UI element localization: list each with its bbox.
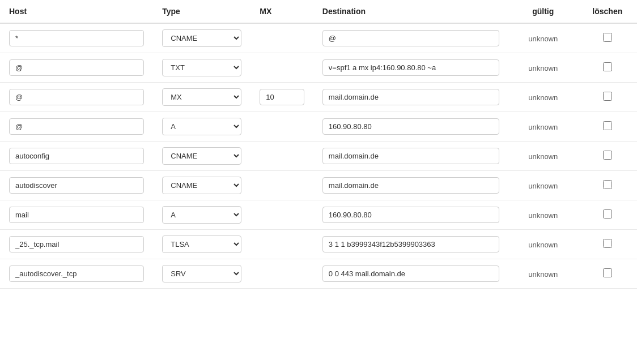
destination-input-6[interactable] [322, 207, 499, 223]
host-input-0[interactable] [9, 30, 144, 46]
host-input-6[interactable] [9, 207, 144, 223]
delete-checkbox-5[interactable] [603, 180, 612, 189]
table-header-row: Host Type MX Destination gültig löschen [0, 0, 637, 23]
status-badge-7: unknown [528, 241, 558, 249]
destination-input-3[interactable] [322, 118, 499, 135]
destination-input-0[interactable] [322, 30, 499, 46]
host-input-2[interactable] [9, 89, 144, 105]
delete-checkbox-8[interactable] [603, 268, 612, 277]
status-badge-3: unknown [528, 123, 558, 131]
delete-checkbox-4[interactable] [603, 151, 612, 160]
type-select-4[interactable]: AAAAACNAMEMXTXTTLSASRVNSCAA [162, 147, 241, 165]
delete-checkbox-3[interactable] [603, 121, 612, 130]
delete-checkbox-6[interactable] [603, 209, 612, 219]
header-destination: Destination [313, 0, 508, 23]
header-host: Host [0, 0, 153, 23]
host-input-1[interactable] [9, 59, 144, 76]
table-row: AAAAACNAMEMXTXTTLSASRVNSCAAunknown [0, 53, 637, 83]
host-input-4[interactable] [9, 148, 144, 164]
table-row: AAAAACNAMEMXTXTTLSASRVNSCAAunknown [0, 142, 637, 171]
dns-records-table-container: Host Type MX Destination gültig löschen … [0, 0, 637, 289]
destination-input-4[interactable] [322, 148, 499, 164]
type-select-5[interactable]: AAAAACNAMEMXTXTTLSASRVNSCAA [162, 177, 241, 194]
status-badge-5: unknown [528, 182, 558, 190]
dns-records-table: Host Type MX Destination gültig löschen … [0, 0, 637, 289]
status-badge-8: unknown [528, 270, 558, 279]
type-select-1[interactable]: AAAAACNAMEMXTXTTLSASRVNSCAA [162, 59, 241, 76]
host-input-3[interactable] [9, 118, 144, 135]
type-select-0[interactable]: AAAAACNAMEMXTXTTLSASRVNSCAA [162, 29, 241, 47]
type-select-2[interactable]: AAAAACNAMEMXTXTTLSASRVNSCAA [162, 88, 241, 106]
header-valid: gültig [508, 0, 578, 23]
table-row: AAAAACNAMEMXTXTTLSASRVNSCAAunknown [0, 200, 637, 230]
status-badge-2: unknown [528, 93, 558, 102]
mx-input-2[interactable] [260, 89, 304, 105]
delete-checkbox-7[interactable] [603, 239, 612, 248]
delete-checkbox-0[interactable] [603, 33, 612, 42]
status-badge-0: unknown [528, 35, 558, 43]
status-badge-1: unknown [528, 64, 558, 72]
table-row: AAAAACNAMEMXTXTTLSASRVNSCAAunknown [0, 259, 637, 289]
host-input-7[interactable] [9, 236, 144, 252]
header-delete: löschen [578, 0, 637, 23]
delete-checkbox-1[interactable] [603, 62, 612, 71]
table-row: AAAAACNAMEMXTXTTLSASRVNSCAAunknown [0, 112, 637, 142]
table-row: AAAAACNAMEMXTXTTLSASRVNSCAAunknown [0, 171, 637, 200]
table-row: AAAAACNAMEMXTXTTLSASRVNSCAAunknown [0, 83, 637, 112]
type-select-6[interactable]: AAAAACNAMEMXTXTTLSASRVNSCAA [162, 206, 241, 224]
destination-input-7[interactable] [322, 236, 499, 252]
table-row: AAAAACNAMEMXTXTTLSASRVNSCAAunknown [0, 23, 637, 53]
type-select-3[interactable]: AAAAACNAMEMXTXTTLSASRVNSCAA [162, 118, 241, 135]
status-badge-4: unknown [528, 152, 558, 161]
header-type: Type [153, 0, 250, 23]
destination-input-5[interactable] [322, 177, 499, 194]
destination-input-8[interactable] [322, 265, 499, 282]
type-select-8[interactable]: AAAAACNAMEMXTXTTLSASRVNSCAA [162, 265, 241, 282]
host-input-8[interactable] [9, 265, 144, 282]
table-row: AAAAACNAMEMXTXTTLSASRVNSCAAunknown [0, 230, 637, 259]
destination-input-1[interactable] [322, 59, 499, 76]
status-badge-6: unknown [528, 211, 558, 220]
header-mx: MX [250, 0, 313, 23]
host-input-5[interactable] [9, 177, 144, 194]
delete-checkbox-2[interactable] [603, 92, 612, 101]
type-select-7[interactable]: AAAAACNAMEMXTXTTLSASRVNSCAA [162, 235, 241, 253]
destination-input-2[interactable] [322, 89, 499, 105]
